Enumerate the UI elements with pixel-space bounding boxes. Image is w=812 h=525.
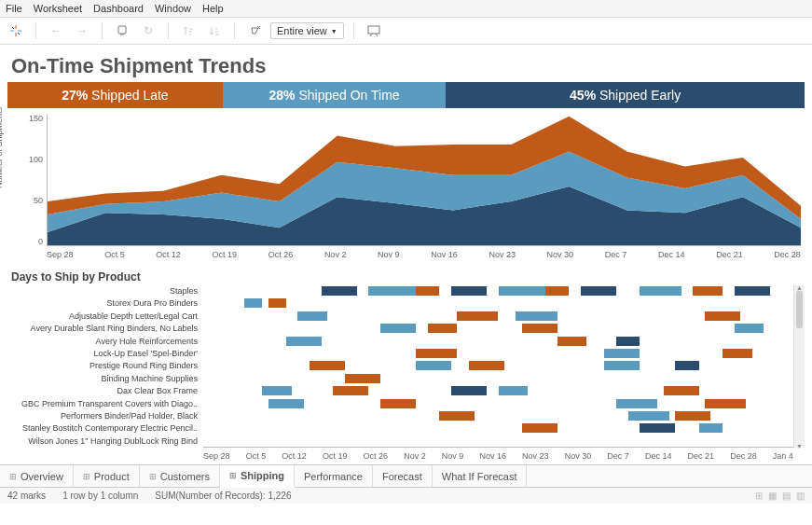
gantt-chart[interactable]: StaplesStorex Dura Pro BindersAdjustable… [7, 285, 805, 448]
view-icon-4[interactable]: ▥ [796, 490, 805, 501]
gantt-bar[interactable] [522, 423, 557, 433]
kpi-early[interactable]: 45% Shipped Early [446, 82, 805, 108]
menubar: FileWorksheetDashboardWindowHelp [0, 0, 812, 18]
gantt-bar[interactable] [457, 311, 498, 321]
gantt-x-tick: Jan 4 [773, 451, 793, 461]
gantt-bar[interactable] [522, 324, 557, 333]
tab-overview[interactable]: ⊞Overview [0, 465, 74, 487]
gantt-bar[interactable] [268, 399, 304, 408]
pause-button[interactable] [112, 21, 132, 40]
gantt-bar[interactable] [604, 349, 640, 358]
gantt-bar[interactable] [499, 386, 529, 395]
svg-line-4 [12, 27, 14, 29]
tab-product[interactable]: ⊞Product [74, 465, 140, 487]
sort-desc-button[interactable] [204, 21, 225, 40]
gantt-bar[interactable] [416, 349, 457, 358]
view-mode-icons[interactable]: ⊞ ▦ ▤ ▥ [755, 490, 805, 501]
chart-plot[interactable] [47, 114, 801, 246]
view-icon-1[interactable]: ⊞ [755, 490, 763, 501]
gantt-bar[interactable] [675, 361, 698, 370]
status-sum: SUM(Number of Records): 1,226 [155, 490, 291, 501]
view-mode-select[interactable]: Entire view ▼ [270, 22, 344, 39]
gantt-bar[interactable] [451, 286, 487, 296]
gantt-bar[interactable] [439, 411, 475, 421]
gantt-bar[interactable] [310, 361, 345, 370]
gantt-bar[interactable] [557, 337, 587, 346]
gantt-bar[interactable] [268, 298, 286, 308]
gantt-bar[interactable] [616, 337, 640, 346]
tab-what-if-forecast[interactable]: What If Forecast [433, 465, 528, 487]
forward-button[interactable]: → [72, 21, 92, 40]
tab-customers[interactable]: ⊞Customers [140, 465, 220, 487]
gantt-bar[interactable] [286, 337, 322, 346]
gantt-bar[interactable] [735, 324, 764, 333]
product-label: Dax Clear Box Frame [7, 385, 198, 397]
gantt-bar[interactable] [581, 286, 616, 296]
gantt-bar[interactable] [380, 324, 416, 333]
kpi-on-time[interactable]: 28% Shipped On Time [223, 82, 446, 108]
days-to-ship-title: Days to Ship by Product [0, 263, 812, 285]
gantt-plot[interactable] [203, 285, 793, 448]
gantt-bar[interactable] [699, 423, 723, 433]
tab-shipping[interactable]: ⊞Shipping [220, 465, 295, 488]
x-tick: Oct 5 [104, 250, 125, 263]
gantt-bar[interactable] [675, 411, 710, 421]
product-label: Wilson Jones 1" Hanging DublLock Ring Bi… [7, 435, 198, 448]
gantt-bar[interactable] [705, 399, 746, 408]
tab-forecast[interactable]: Forecast [373, 465, 433, 487]
gantt-bar[interactable] [705, 311, 740, 321]
worksheet-tabs: ⊞Overview⊞Product⊞Customers⊞ShippingPerf… [0, 464, 812, 488]
gantt-bar[interactable] [416, 286, 439, 296]
gantt-bar[interactable] [333, 386, 368, 395]
gantt-bar[interactable] [735, 286, 770, 296]
gantt-bar[interactable] [723, 349, 752, 358]
gantt-bar[interactable] [297, 311, 327, 321]
x-tick: Nov 9 [378, 250, 400, 263]
gantt-bar[interactable] [244, 298, 262, 308]
refresh-button[interactable]: ↻ [138, 21, 158, 40]
tab-performance[interactable]: Performance [295, 465, 373, 487]
y-tick: 0 [19, 237, 43, 246]
dashboard-icon: ⊞ [83, 472, 90, 481]
menu-worksheet[interactable]: Worksheet [34, 3, 82, 14]
gantt-bar[interactable] [368, 286, 416, 296]
gantt-bar[interactable] [380, 399, 416, 408]
gantt-bar[interactable] [516, 311, 557, 321]
menu-dashboard[interactable]: Dashboard [93, 3, 144, 14]
gantt-bar[interactable] [416, 361, 451, 370]
gantt-bar[interactable] [640, 423, 675, 433]
clear-highlight-button[interactable] [244, 21, 265, 40]
gantt-bar[interactable] [545, 286, 569, 296]
gantt-bar[interactable] [469, 361, 504, 370]
menu-file[interactable]: File [6, 3, 22, 14]
menu-help[interactable]: Help [202, 3, 224, 14]
product-label: GBC Premium Transparent Covers with Diag… [7, 398, 198, 410]
gantt-bar[interactable] [262, 386, 292, 395]
scroll-down-icon[interactable]: ▼ [794, 441, 805, 450]
scroll-thumb[interactable] [796, 291, 803, 328]
gantt-bar[interactable] [693, 286, 723, 296]
gantt-bar[interactable] [499, 286, 546, 296]
gantt-bar[interactable] [616, 399, 657, 408]
y-axis-label: Number of Shipments [0, 107, 4, 188]
svg-rect-20 [368, 26, 379, 34]
gantt-bar[interactable] [664, 386, 699, 395]
presentation-button[interactable] [364, 21, 384, 40]
sort-asc-button[interactable] [178, 21, 199, 40]
kpi-late[interactable]: 27% Shipped Late [7, 82, 223, 108]
gantt-bar[interactable] [428, 324, 458, 333]
gantt-x-axis: Sep 28Oct 5Oct 12Oct 19Oct 26Nov 2Nov 9N… [203, 451, 793, 461]
view-icon-3[interactable]: ▤ [782, 490, 791, 501]
gantt-bar[interactable] [345, 374, 380, 383]
gantt-bar[interactable] [640, 286, 681, 296]
area-chart[interactable]: Number of Shipments 150100500 Sep 28Oct … [7, 114, 805, 263]
svg-line-5 [18, 33, 20, 35]
menu-window[interactable]: Window [155, 3, 191, 14]
gantt-scrollbar[interactable]: ▲ ▼ [793, 285, 805, 448]
view-icon-2[interactable]: ▦ [768, 490, 777, 501]
back-button[interactable]: ← [46, 21, 66, 40]
gantt-bar[interactable] [604, 361, 640, 370]
gantt-bar[interactable] [322, 286, 357, 296]
gantt-bar[interactable] [628, 411, 669, 421]
gantt-bar[interactable] [451, 386, 487, 395]
